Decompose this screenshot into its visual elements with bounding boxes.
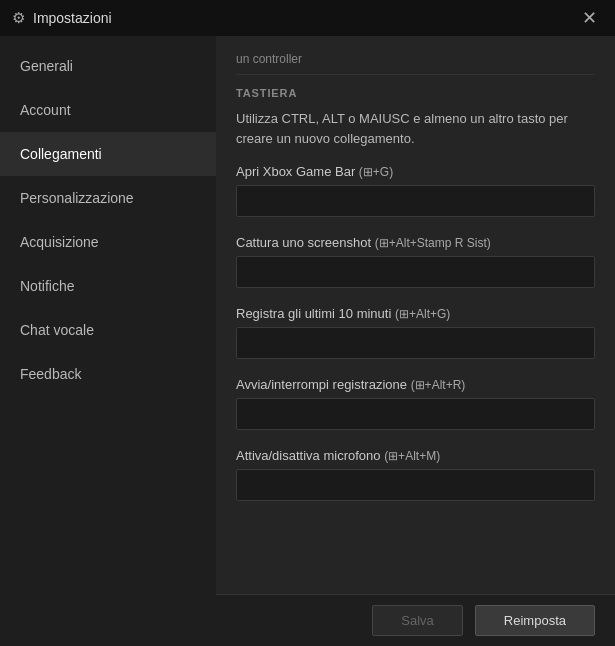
keyboard-hint: Utilizza CTRL, ALT o MAIUSC e almeno un …: [236, 109, 595, 148]
main-content: GeneraliAccountCollegamentiPersonalizzaz…: [0, 36, 615, 646]
gear-icon: ⚙: [12, 9, 25, 27]
shortcut-group-screenshot: Cattura uno screenshot (⊞+Alt+Stamp R Si…: [236, 235, 595, 288]
shortcut-group-microfono: Attiva/disattiva microfono (⊞+Alt+M): [236, 448, 595, 501]
shortcut-group-xbox-game-bar: Apri Xbox Game Bar (⊞+G): [236, 164, 595, 217]
window-title: Impostazioni: [33, 10, 112, 26]
shortcut-input-xbox-game-bar[interactable]: [236, 185, 595, 217]
save-button[interactable]: Salva: [372, 605, 463, 636]
sidebar-item-account[interactable]: Account: [0, 88, 216, 132]
sidebar-item-feedback[interactable]: Feedback: [0, 352, 216, 396]
sidebar-item-generali[interactable]: Generali: [0, 44, 216, 88]
shortcut-input-avvia-registrazione[interactable]: [236, 398, 595, 430]
shortcut-label-registra-10-min: Registra gli ultimi 10 minuti (⊞+Alt+G): [236, 306, 595, 321]
sidebar-item-acquisizione[interactable]: Acquisizione: [0, 220, 216, 264]
shortcut-group-registra-10-min: Registra gli ultimi 10 minuti (⊞+Alt+G): [236, 306, 595, 359]
shortcut-group-avvia-registrazione: Avvia/interrompi registrazione (⊞+Alt+R): [236, 377, 595, 430]
section-label: TASTIERA: [236, 87, 595, 99]
content-scroll: un controller TASTIERA Utilizza CTRL, AL…: [216, 36, 615, 594]
sidebar-item-chat-vocale[interactable]: Chat vocale: [0, 308, 216, 352]
shortcut-input-registra-10-min[interactable]: [236, 327, 595, 359]
shortcut-label-microfono: Attiva/disattiva microfono (⊞+Alt+M): [236, 448, 595, 463]
shortcut-label-screenshot: Cattura uno screenshot (⊞+Alt+Stamp R Si…: [236, 235, 595, 250]
sidebar-item-notifiche[interactable]: Notifiche: [0, 264, 216, 308]
shortcut-input-screenshot[interactable]: [236, 256, 595, 288]
shortcut-label-avvia-registrazione: Avvia/interrompi registrazione (⊞+Alt+R): [236, 377, 595, 392]
settings-window: ⚙ Impostazioni ✕ GeneraliAccountCollegam…: [0, 0, 615, 646]
section-hint: un controller: [236, 52, 595, 75]
sidebar-item-personalizzazione[interactable]: Personalizzazione: [0, 176, 216, 220]
close-button[interactable]: ✕: [576, 7, 603, 29]
content-area: un controller TASTIERA Utilizza CTRL, AL…: [216, 36, 615, 646]
sidebar-item-collegamenti[interactable]: Collegamenti: [0, 132, 216, 176]
title-bar-left: ⚙ Impostazioni: [12, 9, 112, 27]
title-bar: ⚙ Impostazioni ✕: [0, 0, 615, 36]
footer: Salva Reimposta: [216, 594, 615, 646]
shortcuts-container: Apri Xbox Game Bar (⊞+G)Cattura uno scre…: [236, 164, 595, 501]
sidebar: GeneraliAccountCollegamentiPersonalizzaz…: [0, 36, 216, 646]
shortcut-label-xbox-game-bar: Apri Xbox Game Bar (⊞+G): [236, 164, 595, 179]
reset-button[interactable]: Reimposta: [475, 605, 595, 636]
shortcut-input-microfono[interactable]: [236, 469, 595, 501]
